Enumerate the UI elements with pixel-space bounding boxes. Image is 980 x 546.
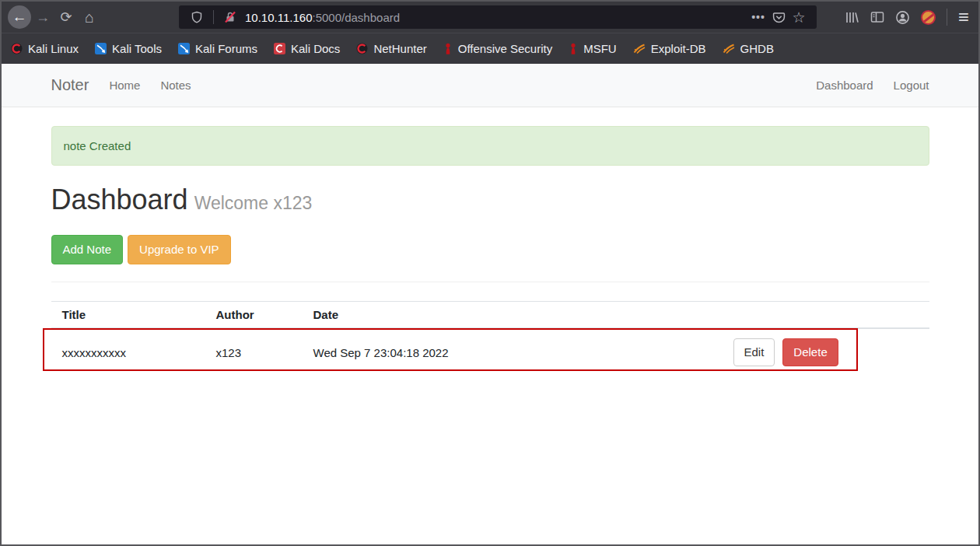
offsec-icon [569,43,578,55]
forward-icon[interactable]: → [31,5,54,29]
menu-icon[interactable]: ≡ [958,8,969,26]
bookmark-label: NetHunter [373,42,426,55]
bookmark-kali-tools[interactable]: Kali Tools [95,42,162,55]
exploitdb-icon [633,43,646,54]
header-author: Author [205,302,303,329]
bookmark-label: Kali Forums [195,42,257,55]
bookmark-nethunter[interactable]: NetHunter [356,42,426,55]
browser-window: ← → ⟳ ⌂ 10.10.11.160:5000/dashboard ••• … [0,0,980,546]
action-buttons: Add Note Upgrade to VIP [51,235,929,264]
note-title-cell: xxxxxxxxxxx [51,328,205,376]
url-path: :5000/dashboard [312,11,400,24]
section-divider [51,282,929,282]
bookmark-kali-linux[interactable]: Kali Linux [11,42,79,55]
note-date-cell: Wed Sep 7 23:04:18 2022 [303,328,723,376]
bookmark-msfu[interactable]: MSFU [569,42,617,55]
toolbar-divider [947,9,947,26]
page-content: note Created DashboardWelcome x123 Add N… [51,126,929,376]
bookmark-label: Exploit-DB [651,42,706,55]
blocked-addon-icon[interactable] [921,10,936,25]
bookmarks-bar: Kali Linux Kali Tools Kali Forums Kali D… [2,33,978,64]
nav-link-home[interactable]: Home [109,79,140,92]
row-actions: Edit Delete [733,338,919,366]
site-navbar: Noter Home Notes Dashboard Logout [2,64,978,107]
upgrade-vip-button[interactable]: Upgrade to VIP [128,235,231,264]
add-note-button[interactable]: Add Note [51,235,124,264]
shield-icon[interactable] [187,7,207,27]
welcome-subtitle: Welcome x123 [194,193,313,213]
reload-icon[interactable]: ⟳ [54,5,78,29]
url-bar[interactable]: 10.10.11.160:5000/dashboard ••• ☆ [179,5,817,29]
urlbar-divider [213,10,214,24]
url-text[interactable]: 10.10.11.160:5000/dashboard [245,11,400,24]
toolbar-right-icons: ≡ [845,8,972,26]
library-icon[interactable] [845,11,859,24]
header-title: Title [51,302,205,329]
brand-noter[interactable]: Noter [51,76,89,94]
kali-tools-icon [95,43,107,54]
success-alert: note Created [51,126,929,166]
kali-dragon-icon [356,43,368,54]
page-title: Dashboard [51,184,188,215]
bookmark-label: MSFU [583,42,617,55]
notes-table: Title Author Date xxxxxxxxxxx x123 Wed S… [51,301,929,376]
bookmark-label: Offensive Security [458,42,552,55]
sidebar-icon[interactable] [870,11,884,23]
bookmark-label: GHDB [740,42,774,55]
kali-forums-icon [178,43,190,54]
table-row: xxxxxxxxxxx x123 Wed Sep 7 23:04:18 2022… [51,328,929,376]
bookmark-label: Kali Docs [291,42,340,55]
account-icon[interactable] [895,10,910,25]
browser-toolbar: ← → ⟳ ⌂ 10.10.11.160:5000/dashboard ••• … [2,2,978,33]
header-actions [723,302,929,329]
kali-dragon-icon [11,43,23,54]
note-author-cell: x123 [205,328,303,376]
delete-button[interactable]: Delete [782,338,838,366]
bookmark-ghdb[interactable]: GHDB [723,42,774,55]
kali-docs-icon [274,43,285,54]
page-actions-icon[interactable]: ••• [748,7,768,27]
insecure-lock-icon[interactable] [220,7,240,27]
bookmark-kali-forums[interactable]: Kali Forums [178,42,257,55]
url-host: 10.10.11.160 [245,11,312,24]
nav-link-dashboard[interactable]: Dashboard [816,79,873,92]
bookmark-exploit-db[interactable]: Exploit-DB [633,42,706,55]
bookmark-label: Kali Tools [112,42,162,55]
table-header-row: Title Author Date [51,302,929,329]
header-date: Date [303,302,723,329]
exploitdb-icon [723,43,735,54]
nav-link-notes[interactable]: Notes [160,79,191,92]
edit-button[interactable]: Edit [733,338,775,366]
bookmark-star-icon[interactable]: ☆ [789,7,809,27]
bookmark-kali-docs[interactable]: Kali Docs [274,42,340,55]
back-icon[interactable]: ← [8,5,31,29]
pocket-icon[interactable] [768,7,789,27]
bookmark-offensive-security[interactable]: Offensive Security [443,42,552,55]
page-heading: DashboardWelcome x123 [51,184,929,221]
home-icon[interactable]: ⌂ [78,5,101,29]
offsec-icon [443,43,453,55]
bookmark-label: Kali Linux [28,42,79,55]
nav-link-logout[interactable]: Logout [894,79,929,92]
